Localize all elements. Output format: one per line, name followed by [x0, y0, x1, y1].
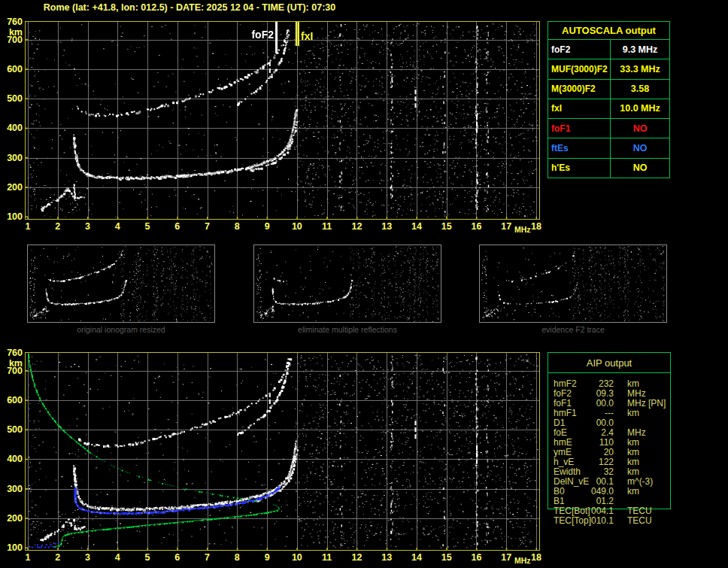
aip-row-value: 00.0 — [574, 398, 614, 409]
aip-row-label: ymE — [554, 447, 572, 457]
aip-row-unit: MHz — [627, 427, 646, 438]
y-tick-label: 100 — [1, 211, 23, 222]
autoscala-row-label: foF2 — [548, 40, 611, 59]
thumbnail-caption-original: original ionogram resized — [77, 325, 165, 334]
thumbnail-original-ionogram — [27, 245, 215, 323]
x-tick-label: 11 — [322, 221, 332, 232]
aip-row-value: --- — [574, 408, 614, 418]
x-tick-label: 4 — [115, 221, 120, 232]
aip-row: B0049.0km — [548, 486, 670, 496]
aip-row: hmF2232km — [548, 378, 670, 388]
y-tick-label: 200 — [1, 513, 23, 524]
y-tick-label: 300 — [1, 153, 23, 163]
x-tick-label: 5 — [145, 221, 150, 232]
aip-row-value: 01.2 — [574, 496, 614, 506]
station-date-title: Rome (lat: +41.8, lon: 012.5) - DATE: 20… — [44, 2, 335, 13]
aip-row-label: hmE — [554, 437, 572, 448]
aip-row-value: 20 — [574, 447, 614, 457]
y-tick-label: 500 — [1, 424, 23, 435]
aip-row-value: 049.0 — [574, 486, 614, 497]
x-tick-label: 15 — [441, 221, 452, 232]
x-tick-label: 10 — [292, 552, 302, 563]
aip-row-unit: km — [627, 408, 639, 418]
autoscala-row-label: ftEs — [548, 138, 611, 157]
aip-row-label: foE — [554, 427, 567, 438]
x-axis-unit-label: MHz — [514, 556, 531, 565]
aip-row: foF100.0MHz[PN] — [548, 398, 670, 408]
aip-row-label: B1 — [554, 496, 565, 506]
y-axis-unit-label: km — [1, 27, 23, 38]
autoscala-table-rows: foF29.3 MHzMUF(3000)F233.3 MHzM(3000)F23… — [548, 40, 669, 178]
aip-row-unit: TECU — [627, 506, 652, 516]
x-tick-label: 16 — [472, 552, 482, 563]
autoscala-output-window: { "title": "Rome (lat: +41.8, lon: 012.5… — [0, 0, 728, 568]
aip-row-value: 32 — [574, 466, 614, 477]
aip-row: DelN_vE00.1m^(-3) — [548, 476, 670, 486]
autoscala-row: foF29.3 MHz — [548, 40, 669, 59]
x-tick-label: 8 — [235, 552, 240, 563]
aip-row-value: 2.4 — [574, 427, 614, 438]
aip-row: Ewidth32km — [548, 466, 670, 476]
aip-row-value: 232 — [574, 378, 614, 389]
autoscala-row: fxI10.0 MHz — [548, 99, 669, 119]
x-tick-label: 7 — [205, 221, 210, 232]
thumbnail-caption-eliminate: eliminate multiple reflections — [298, 325, 397, 334]
autoscala-row-label: M(3000)F2 — [548, 80, 611, 99]
aip-row: h_vE122km — [548, 457, 670, 466]
aip-row: B101.2 — [548, 496, 670, 506]
x-tick-label: 13 — [381, 221, 392, 232]
autoscala-output-table: AUTOSCALA output foF29.3 MHzMUF(3000)F23… — [548, 21, 670, 178]
autoscala-row: ftEsNO — [548, 138, 669, 158]
aip-row: foF209.3MHz — [548, 388, 670, 398]
autoscala-table-title: AUTOSCALA output — [548, 22, 669, 40]
bottom-ionogram-canvas — [25, 352, 540, 551]
aip-row-value: 004.1 — [574, 506, 614, 516]
aip-row-unit: km — [627, 437, 639, 448]
x-tick-label: 14 — [411, 552, 422, 563]
y-tick-label: 760 — [1, 348, 23, 358]
y-tick-label: 100 — [1, 542, 23, 553]
aip-row-label: h_vE — [554, 457, 574, 467]
aip-row-label: B0 — [554, 486, 565, 497]
autoscala-row-label: h'Es — [548, 159, 611, 178]
aip-row-unit: km — [627, 447, 639, 457]
x-tick-label: 4 — [115, 552, 120, 563]
aip-row: ymE20km — [548, 447, 670, 457]
x-tick-label: 8 — [235, 221, 240, 232]
aip-row-unit: km — [627, 378, 639, 389]
x-tick-label: 15 — [441, 552, 452, 563]
x-tick-label: 18 — [531, 552, 541, 563]
x-tick-label: 9 — [265, 221, 270, 232]
y-tick-label: 400 — [1, 123, 23, 133]
autoscala-row-value: NO — [611, 138, 669, 157]
y-tick-label: 400 — [1, 454, 23, 464]
x-tick-label: 12 — [351, 552, 362, 563]
thumbnail-evidence-f2-trace — [479, 245, 667, 323]
x-tick-label: 18 — [531, 221, 541, 232]
x-tick-label: 1 — [26, 552, 31, 563]
aip-row: TEC[Bot]004.1TECU — [548, 506, 670, 515]
x-tick-label: 14 — [411, 221, 422, 232]
aip-row-label: D1 — [554, 418, 565, 428]
y-tick-label: 600 — [1, 395, 23, 405]
aip-row: foE2.4MHz — [548, 427, 670, 437]
x-tick-label: 2 — [55, 552, 60, 563]
x-tick-label: 10 — [292, 221, 302, 232]
aip-row-unit: m^(-3) — [627, 476, 653, 487]
x-tick-label: 1 — [26, 221, 31, 232]
x-tick-label: 6 — [174, 552, 180, 563]
aip-row-unit: km — [627, 457, 639, 467]
y-tick-label: 760 — [1, 17, 23, 27]
aip-row-value: 00.1 — [574, 476, 614, 487]
x-tick-label: 5 — [145, 552, 150, 563]
aip-row-unit: MHz — [627, 398, 646, 409]
foF2-marker-label: foF2 — [250, 29, 274, 41]
x-tick-label: 17 — [501, 221, 511, 232]
fxI-marker-label: fxI — [301, 30, 313, 42]
aip-row: hmF1---km — [548, 408, 670, 418]
x-tick-label: 12 — [351, 221, 362, 232]
aip-row-value: 09.3 — [574, 388, 614, 399]
autoscala-row-value: 3.58 — [611, 80, 669, 99]
x-tick-label: 11 — [322, 552, 332, 563]
x-tick-label: 6 — [174, 221, 180, 232]
